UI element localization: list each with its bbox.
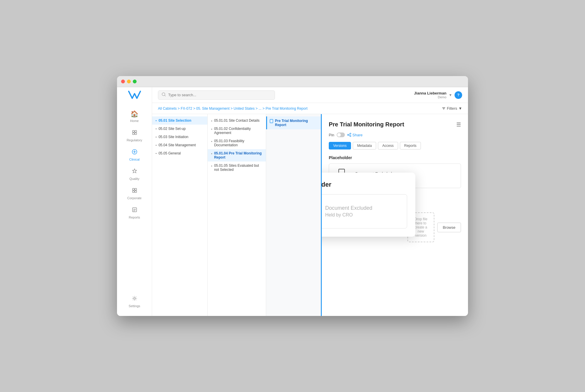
- user-full-name: Jianna Lieberman: [414, 91, 447, 95]
- drop-zone-label: Drop file here to create a new version: [414, 217, 427, 238]
- subfolder-icon-1: ▪: [211, 127, 212, 131]
- tab-access[interactable]: Access: [378, 142, 398, 149]
- regulatory-icon: [132, 130, 137, 137]
- window-controls: [121, 80, 137, 83]
- maximize-button[interactable]: [133, 80, 137, 83]
- sidebar-item-clinical[interactable]: Clinical: [119, 146, 149, 164]
- sidebar-item-regulatory[interactable]: Regulatory: [119, 127, 149, 145]
- svg-rect-21: [270, 119, 273, 123]
- pin-toggle[interactable]: [337, 133, 345, 137]
- sidebar-item-quality-label: Quality: [129, 177, 139, 180]
- app-body: 🏠 Home Regulatory: [117, 87, 468, 316]
- svg-rect-0: [133, 130, 134, 132]
- placeholder-section-label: Placeholder: [329, 155, 461, 160]
- svg-rect-3: [135, 133, 137, 135]
- home-icon: 🏠: [130, 110, 138, 118]
- doc-label-0: Pre Trial Monitoring Report: [275, 119, 317, 127]
- reports-icon: [132, 207, 137, 214]
- tabs-row: Versions Metadata Access Reports: [329, 142, 461, 149]
- svg-rect-2: [133, 133, 134, 135]
- folder-icon-3: ▪: [156, 143, 157, 147]
- folder-icon-1: ▪: [156, 127, 157, 130]
- detail-title: Pre Trial Monitoring Report: [329, 121, 404, 128]
- subfolder-icon-3: ▪: [211, 152, 212, 155]
- panel-documents: Pre Trial Monitoring Report: [266, 114, 322, 316]
- detail-menu-icon[interactable]: ☰: [456, 121, 461, 128]
- svg-rect-8: [135, 188, 137, 190]
- svg-rect-10: [135, 191, 137, 192]
- svg-point-24: [350, 135, 351, 137]
- breadcrumb-text[interactable]: All Cabinets > FX-072 > 05. Site Managem…: [158, 106, 307, 111]
- folder-icon-4: ▪: [156, 152, 157, 155]
- browse-button[interactable]: Browse: [437, 223, 461, 232]
- corporate-icon: [132, 188, 137, 195]
- sidebar-item-quality[interactable]: Quality: [119, 165, 149, 183]
- user-role: Demo: [414, 95, 447, 99]
- help-button[interactable]: ?: [455, 91, 462, 99]
- search-icon: [162, 92, 166, 98]
- svg-point-23: [347, 134, 349, 135]
- sidebar: 🏠 Home Regulatory: [117, 87, 152, 316]
- doc-icon-0: [270, 119, 273, 124]
- popup-placeholder-box: No Version Document Excluded Held by CRO: [322, 194, 407, 228]
- popup-info: Document Excluded Held by CRO: [325, 205, 372, 218]
- svg-rect-1: [135, 130, 137, 132]
- user-menu-chevron[interactable]: ▼: [449, 93, 452, 97]
- search-box[interactable]: [158, 90, 275, 100]
- share-label: Share: [352, 133, 363, 137]
- folder-label-4: 05.05 General: [159, 151, 181, 155]
- filters-button[interactable]: Filters ▼: [442, 106, 462, 111]
- folder-item-2[interactable]: ▪ 05.03 Site Initiation: [152, 133, 207, 141]
- subfolder-item-0[interactable]: ▪ 05.01.01 Site Contact Details: [208, 116, 266, 125]
- subfolder-item-1[interactable]: ▪ 05.01.02 Confidentiality Agreement: [208, 125, 266, 137]
- tab-reports[interactable]: Reports: [400, 142, 421, 149]
- user-info: Jianna Lieberman Demo ▼ ?: [414, 91, 462, 99]
- minimize-button[interactable]: [127, 80, 131, 83]
- doc-item-0[interactable]: Pre Trial Monitoring Report: [266, 116, 321, 129]
- folder-label-3: 05.04 Site Management: [159, 143, 196, 147]
- svg-rect-7: [133, 188, 134, 190]
- sidebar-item-reports[interactable]: Reports: [119, 204, 149, 222]
- folder-icon-0: ▪: [156, 119, 157, 122]
- titlebar: [117, 76, 468, 87]
- folder-item-3[interactable]: ▪ 05.04 Site Management: [152, 141, 207, 149]
- placeholder-popup: Placeholder No Version: [322, 173, 415, 237]
- main-area: Jianna Lieberman Demo ▼ ? All Cabinets >…: [152, 87, 468, 316]
- subfolder-item-3[interactable]: ▪ 05.01.04 Pre Trial Monitoring Report: [208, 149, 266, 161]
- panel-folders: ▪ 05.01 Site Selection ▪ 05.02 Site Set-…: [152, 114, 208, 316]
- breadcrumb: All Cabinets > FX-072 > 05. Site Managem…: [158, 106, 442, 111]
- sidebar-item-settings[interactable]: Settings: [119, 293, 149, 311]
- close-button[interactable]: [121, 80, 125, 83]
- folder-item-4[interactable]: ▪ 05.05 General: [152, 149, 207, 157]
- app-window: 🏠 Home Regulatory: [117, 76, 468, 316]
- popup-doc-title: Document Excluded: [325, 205, 372, 211]
- subfolder-icon-0: ▪: [211, 119, 212, 123]
- subfolder-item-4[interactable]: ▪ 05.01.05 Sites Evaluated but not Selec…: [208, 161, 266, 174]
- settings-icon: [132, 295, 137, 303]
- subfolder-label-2: 05.01.03 Feasibility Documentation: [214, 139, 262, 147]
- svg-point-16: [162, 93, 165, 96]
- filters-chevron-icon: ▼: [458, 106, 462, 111]
- sidebar-item-corporate[interactable]: Corporate: [119, 185, 149, 203]
- quality-icon: [132, 168, 137, 176]
- content-panels: ▪ 05.01 Site Selection ▪ 05.02 Site Set-…: [152, 114, 468, 316]
- tab-versions[interactable]: Versions: [329, 142, 351, 149]
- svg-point-22: [350, 133, 351, 134]
- detail-header: Pre Trial Monitoring Report ☰: [329, 121, 461, 128]
- panel-detail: Pre Trial Monitoring Report ☰ Pin: [322, 114, 468, 316]
- tab-metadata[interactable]: Metadata: [353, 142, 376, 149]
- subfolder-label-1: 05.01.02 Confidentiality Agreement: [214, 127, 262, 135]
- subfolder-icon-4: ▪: [211, 164, 212, 168]
- search-input[interactable]: [168, 93, 271, 97]
- pin-label: Pin: [329, 133, 334, 137]
- subfolder-item-2[interactable]: ▪ 05.01.03 Feasibility Documentation: [208, 137, 266, 149]
- folder-label-2: 05.03 Site Initiation: [159, 135, 188, 139]
- filters-label: Filters: [447, 106, 457, 111]
- folder-item-0[interactable]: ▪ 05.01 Site Selection: [152, 116, 207, 125]
- svg-line-17: [165, 95, 166, 96]
- folder-label-0: 05.01 Site Selection: [159, 118, 191, 123]
- sidebar-item-home[interactable]: 🏠 Home: [119, 107, 149, 125]
- sidebar-item-clinical-label: Clinical: [129, 158, 140, 161]
- share-link[interactable]: Share: [347, 133, 363, 137]
- folder-item-1[interactable]: ▪ 05.02 Site Set-up: [152, 125, 207, 133]
